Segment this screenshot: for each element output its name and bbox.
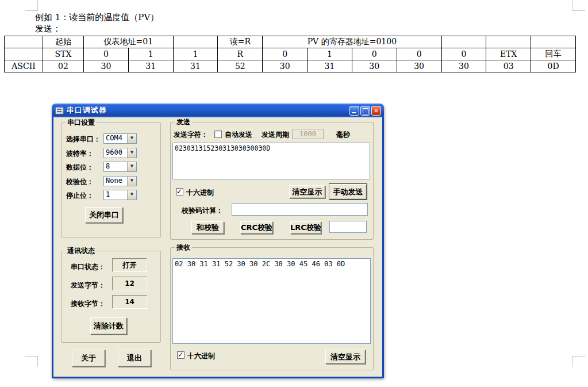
table-cell: 30	[84, 60, 129, 72]
baud-rate-value: 9600	[104, 148, 127, 158]
doc-heading-send: 发送：	[35, 24, 61, 35]
receive-hex-label: 十六进制	[187, 351, 215, 361]
app-icon	[55, 107, 64, 114]
data-bits-label: 数据位：	[66, 163, 94, 173]
table-cell: 1	[308, 48, 352, 60]
table-cell	[441, 36, 486, 48]
table-cell: 读=R	[218, 36, 263, 48]
send-data-textarea[interactable]: 02303131523031303030030D	[172, 143, 370, 179]
stop-bits-combobox[interactable]: 1	[103, 190, 137, 200]
send-chars-label: 发送字符：	[174, 130, 208, 140]
table-cell: 0	[397, 48, 441, 60]
received-bytes-value: 14	[112, 295, 147, 309]
send-group-title: 发送	[175, 118, 192, 126]
serial-debugger-window: 串口调试器 串口设置 选择串口： COM4 波特率： 9600 数据位： 8 校…	[52, 104, 384, 378]
table-cell	[173, 36, 218, 48]
port-select-combobox[interactable]: COM4	[103, 133, 137, 144]
receive-data-textarea[interactable]: 02 30 31 31 52 30 30 2C 30 30 45 46 03 0…	[172, 258, 371, 344]
chevron-down-icon[interactable]	[127, 177, 136, 186]
manual-send-button[interactable]: 手动发送	[329, 184, 367, 200]
lrc-check-button[interactable]: LRC校验	[290, 221, 321, 234]
sent-bytes-value: 12	[112, 277, 147, 290]
crc-check-button[interactable]: CRC校验	[240, 221, 273, 234]
baud-rate-combobox[interactable]: 9600	[103, 148, 137, 158]
table-cell: 30	[263, 60, 308, 72]
sent-bytes-label: 发送字节：	[71, 281, 105, 290]
serial-settings-title: 串口设置	[66, 118, 97, 127]
table-cell: 0	[263, 48, 308, 60]
table-cell: 起始	[43, 36, 84, 48]
close-button[interactable]	[371, 106, 381, 116]
table-cell: 0	[441, 48, 486, 60]
sum-check-button[interactable]: 和校验	[191, 221, 224, 234]
window-title: 串口调试器	[67, 105, 349, 116]
table-cell: 30	[352, 60, 397, 72]
receive-hex-checkbox[interactable]	[177, 351, 185, 359]
table-cell	[531, 36, 576, 48]
receive-clear-display-button[interactable]: 清空显示	[325, 350, 366, 364]
doc-heading-example: 例如 1：读当前的温度值（PV）	[35, 12, 159, 23]
auto-send-label: 自动发送	[225, 130, 252, 140]
table-cell: 30	[397, 60, 441, 72]
table-row-ascii: ASCII 02 30 31 31 52 30 31 30 30 30 03 0…	[5, 60, 576, 72]
check-result-input[interactable]	[329, 221, 367, 233]
table-cell: 31	[173, 60, 218, 72]
stop-bits-value: 1	[104, 190, 127, 200]
table-row-symbols: STX 0 1 1 R 0 1 0 0 0 ETX 回车	[5, 48, 576, 60]
parity-label: 校验位：	[66, 177, 94, 187]
receive-group-title: 接收	[175, 243, 192, 251]
table-cell: 0D	[531, 60, 576, 72]
port-state-label: 串口状态：	[71, 262, 105, 272]
parity-value: None	[104, 177, 127, 186]
send-period-input: 1000	[292, 129, 324, 139]
send-hex-label: 十六进制	[186, 188, 214, 198]
table-cell: 回车	[531, 48, 576, 60]
auto-send-checkbox[interactable]	[214, 131, 222, 138]
table-cell: 30	[441, 60, 486, 72]
table-cell: 02	[43, 60, 84, 72]
table-cell: R	[218, 48, 263, 60]
received-bytes-label: 接收字节：	[71, 299, 105, 309]
table-cell: 52	[218, 60, 263, 72]
table-cell: 仪表地址=01	[84, 36, 174, 48]
ascii-frame-table: 起始 仪表地址=01 读=R PV 的寄存器地址=0100 STX 0 1 1 …	[4, 36, 576, 72]
clear-count-button[interactable]: 清除计数	[90, 317, 127, 335]
table-cell: 1	[173, 48, 218, 60]
table-cell: 0	[84, 48, 129, 60]
data-bits-combobox[interactable]: 8	[103, 162, 137, 172]
parity-combobox[interactable]: None	[103, 176, 137, 186]
table-row-header: 起始 仪表地址=01 读=R PV 的寄存器地址=0100	[5, 36, 576, 48]
close-port-button[interactable]: 关闭串口	[85, 207, 123, 223]
table-cell: ASCII	[5, 60, 43, 72]
titlebar[interactable]: 串口调试器	[52, 104, 384, 117]
table-cell: 03	[486, 60, 531, 72]
send-clear-display-button[interactable]: 清空显示	[289, 185, 325, 198]
data-bits-value: 8	[104, 162, 127, 171]
table-cell: 1	[128, 48, 173, 60]
chevron-down-icon[interactable]	[127, 190, 136, 200]
table-cell	[5, 36, 43, 48]
table-cell: STX	[43, 48, 84, 60]
table-cell: 31	[308, 60, 352, 72]
send-period-label: 发送周期	[262, 130, 289, 140]
chevron-down-icon[interactable]	[127, 148, 136, 158]
table-cell: 31	[128, 60, 173, 72]
table-cell: PV 的寄存器地址=0100	[263, 36, 441, 48]
chevron-down-icon[interactable]	[127, 162, 136, 171]
table-cell: ETX	[486, 48, 531, 60]
stop-bits-label: 停止位：	[66, 191, 94, 201]
checksum-input[interactable]	[232, 203, 368, 216]
comm-status-title: 通讯状态	[66, 247, 97, 255]
minimize-button[interactable]	[349, 106, 359, 116]
port-select-label: 选择串口：	[66, 135, 101, 144]
exit-button[interactable]: 退出	[118, 350, 151, 367]
baud-rate-label: 波特率：	[66, 149, 94, 159]
table-cell	[486, 36, 531, 48]
checksum-calc-label: 校验码计算：	[182, 206, 223, 216]
port-select-value: COM4	[104, 134, 127, 143]
chevron-down-icon[interactable]	[127, 134, 136, 143]
table-cell: 0	[352, 48, 397, 60]
about-button[interactable]: 关于	[72, 350, 105, 367]
send-hex-checkbox[interactable]	[176, 188, 183, 196]
maximize-button[interactable]	[360, 106, 370, 116]
